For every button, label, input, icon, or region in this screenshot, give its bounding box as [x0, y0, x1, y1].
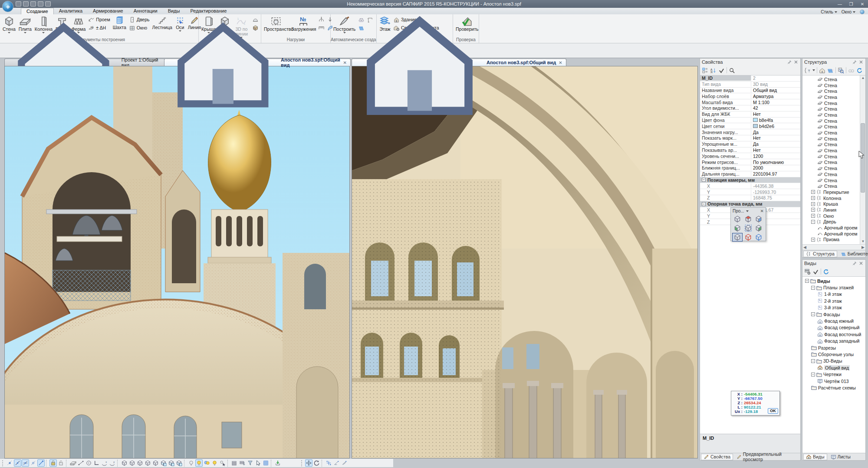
- views-tree-item[interactable]: 2-й этаж: [802, 298, 865, 304]
- expand-icon[interactable]: +: [811, 238, 815, 242]
- left-viewport[interactable]: [4, 66, 350, 458]
- ribbon-button-построить[interactable]: Построить: [332, 15, 357, 37]
- views-tree-item[interactable]: − Виды: [802, 278, 865, 284]
- statusbar-bulb-cursor-icon[interactable]: [219, 459, 226, 467]
- structure-bottom-tab-0[interactable]: Структура: [803, 251, 837, 257]
- apply-check-icon[interactable]: [812, 268, 819, 275]
- statusbar-snap-grid-icon[interactable]: [22, 459, 29, 467]
- tree-item-wall[interactable]: Стена: [802, 88, 865, 94]
- add-search-icon[interactable]: +: [838, 67, 844, 74]
- statusbar-bulb-group-icon[interactable]: [203, 459, 210, 467]
- properties-bottom-tab-0[interactable]: Свойства: [701, 454, 733, 460]
- tree-item-arch[interactable]: Арочный проем: [802, 231, 865, 237]
- tree-item-wall[interactable]: Стена: [802, 136, 865, 142]
- collapse-icon[interactable]: −: [811, 286, 815, 290]
- tree-item-wall[interactable]: Стена: [802, 94, 865, 100]
- ribbon-button-loadm[interactable]: [317, 24, 326, 32]
- statusbar-move-dots-icon[interactable]: [325, 459, 332, 467]
- property-row[interactable]: Вид для ЖБК Нет: [700, 111, 800, 118]
- statusbar-snap-line-icon[interactable]: [14, 459, 21, 467]
- property-section[interactable]: −Позиция камеры, мм: [700, 177, 800, 183]
- close-panel-icon[interactable]: [858, 261, 864, 266]
- views-bottom-tab-0[interactable]: Виды: [803, 454, 827, 460]
- chevron-down-icon[interactable]: [746, 210, 749, 212]
- statusbar-grid-blue-icon[interactable]: [262, 459, 270, 467]
- property-row[interactable]: Режим отрисов... По умолчанию: [700, 159, 800, 165]
- tree-item-wall[interactable]: Стена: [802, 82, 865, 88]
- projection-mode-blue-overlap[interactable]: [753, 233, 764, 242]
- ok-button[interactable]: OK: [768, 408, 778, 414]
- tree-group[interactable]: +Линия: [802, 207, 865, 213]
- property-row[interactable]: Показывать ар... Нет: [700, 147, 800, 154]
- views-tree-item[interactable]: 1-й этаж: [802, 291, 865, 298]
- statusbar-pan-icon[interactable]: [305, 459, 312, 467]
- search-icon[interactable]: [729, 67, 735, 74]
- views-tree-item[interactable]: Расчётные схемы: [802, 384, 865, 391]
- tree-group[interactable]: +Перекрытие: [802, 189, 865, 195]
- tree-item-wall[interactable]: Стена: [802, 165, 865, 171]
- projection-mode-wire[interactable]: [732, 215, 743, 223]
- menu-right-1[interactable]: Окно: [842, 10, 855, 14]
- mini-toolbar-header[interactable]: Про... ✕: [731, 208, 766, 214]
- views-tree-item[interactable]: Разрезы: [802, 344, 865, 351]
- settings-icon[interactable]: [804, 268, 811, 275]
- statusbar-rotate-y-icon[interactable]: y: [108, 459, 116, 467]
- menu-tab-3[interactable]: Аннотации: [128, 8, 163, 14]
- tree-item-wall[interactable]: Стена: [802, 124, 865, 130]
- property-row[interactable]: Уровень сечени... 1200: [700, 153, 800, 159]
- property-row[interactable]: Цвет сетки b4d2e6: [700, 123, 800, 129]
- help-icon[interactable]: [860, 10, 865, 14]
- minimize-button[interactable]: —: [834, 1, 845, 7]
- projection-mode-dash-sel[interactable]: [743, 224, 753, 232]
- viewport-tab[interactable]: Проект 1:Общий вид: [4, 59, 165, 66]
- tree-item-wall[interactable]: Стена: [802, 160, 865, 166]
- tree-item-wall[interactable]: Стена: [802, 76, 865, 82]
- apply-check-icon[interactable]: [718, 67, 725, 74]
- home-icon[interactable]: [819, 67, 825, 74]
- views-tree-item[interactable]: Чертёж 013: [802, 378, 865, 384]
- statusbar-lock-icon[interactable]: [49, 459, 57, 467]
- statusbar-clip-cube-icon[interactable]: [160, 459, 167, 467]
- views-tree-item[interactable]: − Фасады: [802, 311, 865, 317]
- statusbar-cursor-arrow-icon[interactable]: [254, 459, 262, 467]
- collapse-icon[interactable]: −: [805, 279, 809, 283]
- tree-item-wall[interactable]: Стена: [802, 147, 865, 154]
- statusbar-bulb-off-icon[interactable]: [187, 459, 195, 467]
- menu-right-0[interactable]: Стиль: [821, 10, 837, 14]
- tree-group[interactable]: +Колонна: [802, 195, 865, 201]
- views-tree-item[interactable]: Фасад восточный: [802, 331, 865, 337]
- statusbar-slab-tool-icon[interactable]: [69, 459, 77, 467]
- views-tree-item[interactable]: − Чертежи: [802, 371, 865, 377]
- statusbar-funnel-icon[interactable]: [247, 459, 254, 467]
- projection-mode-green-right[interactable]: [753, 224, 764, 232]
- statusbar-cube-view-icon[interactable]: [128, 459, 136, 467]
- views-tree-item[interactable]: − 3D-Виды: [802, 358, 865, 364]
- property-row[interactable]: Показать марк... Нет: [700, 135, 800, 141]
- refresh-icon[interactable]: [823, 268, 829, 275]
- property-row[interactable]: Масштаб вида М 1:100: [700, 99, 800, 105]
- statusbar-layers-icon[interactable]: [231, 459, 238, 467]
- property-row[interactable]: M_ID 2: [700, 75, 800, 82]
- statusbar-slope-1-icon[interactable]: [333, 459, 340, 467]
- sort-az-icon[interactable]: АЯ: [710, 67, 717, 74]
- structure-bottom-tab-1[interactable]: Библиотеки: [838, 251, 868, 257]
- statusbar-cube-view-icon[interactable]: [152, 459, 159, 467]
- tree-item-arch[interactable]: Арочный проем: [802, 225, 865, 231]
- statusbar-cube-view-icon[interactable]: [136, 459, 144, 467]
- structure-hscrollbar[interactable]: ◀▶: [802, 244, 865, 250]
- tree-item-wall[interactable]: Стена: [802, 130, 865, 136]
- tree-group[interactable]: +Окно: [802, 213, 865, 219]
- ribbon-button-дверь[interactable]: Дверь: [128, 16, 151, 23]
- statusbar-cube-view-icon[interactable]: [121, 459, 128, 467]
- structure-vscrollbar[interactable]: ▲ ▼: [860, 75, 865, 244]
- expand-icon[interactable]: +: [811, 208, 815, 212]
- viewport-tab[interactable]: Апостол нов3.spf:Общий вид✕: [164, 59, 351, 66]
- tree-item-wall[interactable]: Стена: [802, 183, 865, 189]
- property-row[interactable]: Название вида Общий вид: [700, 88, 800, 94]
- collapse-icon[interactable]: −: [811, 359, 815, 363]
- tree-item-wall[interactable]: Стена: [802, 142, 865, 148]
- property-row[interactable]: Набор слоёв Арматура: [700, 93, 800, 99]
- property-row[interactable]: Y -126993.70: [700, 189, 800, 195]
- statusbar-slope-2-icon[interactable]: [341, 459, 348, 467]
- expand-icon[interactable]: +: [811, 214, 815, 218]
